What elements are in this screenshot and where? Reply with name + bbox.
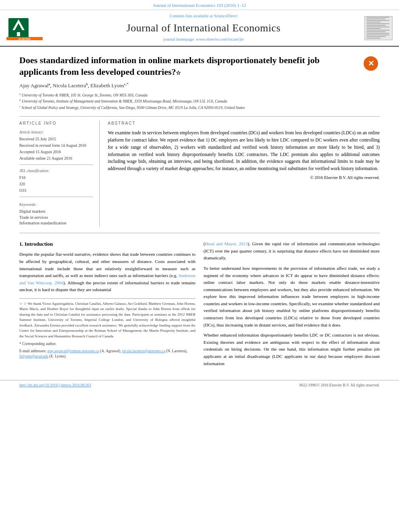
crossmark-icon: ✕ [364, 56, 378, 71]
doi-link[interactable]: http://dx.doi.org/10.1016/j.jinteco.2016… [19, 383, 91, 388]
svg-text:ELSEVIER: ELSEVIER [19, 38, 31, 40]
jel-label: JEL classification: [19, 168, 93, 174]
info-divider-1 [19, 164, 93, 165]
footnote-star-symbol: ☆ [19, 302, 23, 306]
title-star: ☆ [176, 70, 181, 76]
abstract-panel: ABSTRACT We examine trade in services be… [108, 121, 380, 226]
history-label: Article history: [19, 129, 93, 135]
affiliation-c: c School of Global Policy and Strategy, … [19, 105, 380, 111]
journal-title-block: Contents lists available at ScienceDirec… [43, 13, 364, 43]
citation-head-mayer: Head and Mayer, 2013 [205, 241, 248, 246]
author-2: Nicola Lacetera [53, 83, 86, 89]
bottom-bar: http://dx.doi.org/10.1016/j.jinteco.2016… [0, 380, 399, 390]
info-abstract-columns: ARTICLE INFO Article history: Received 2… [19, 121, 380, 226]
affiliation-a: a University of Toronto & NBER, 105 St. … [19, 92, 380, 98]
affiliations: a University of Toronto & NBER, 105 St. … [19, 92, 380, 111]
authors-line: Ajay Agrawala, Nicola Laceterab, Elizabe… [19, 82, 380, 90]
affiliation-b: b University of Toronto, Institute of Ma… [19, 98, 380, 104]
journal-homepage-link[interactable]: www.elsevier.com/locate/jie [196, 37, 244, 41]
elsevier-logo: ELSEVIER [6, 16, 43, 40]
journal-reference-bar: Journal of International Economics 103 (… [0, 0, 399, 10]
jel-code-3: O33 [19, 188, 93, 193]
paper-content: Does standardized information in online … [0, 47, 399, 376]
jel-code-1: F16 [19, 175, 93, 181]
author-3: Elizabeth Lyons [90, 83, 124, 89]
journal-reference: Journal of International Economics 103 (… [153, 3, 246, 8]
right-column: (Head and Mayer, 2013). Given the rapid … [204, 240, 380, 370]
body-divider [19, 233, 380, 233]
keywords-section: Keywords: Digital markets Trade in servi… [19, 202, 93, 226]
issn-copyright: 0022-1996/© 2016 Elsevier B.V. All right… [299, 383, 380, 388]
sciencedirect-link[interactable]: ScienceDirect [214, 14, 238, 18]
abstract-text: We examine trade in services between emp… [108, 129, 380, 173]
corresponding-note: * Corresponding author. [19, 341, 195, 347]
email-link-1[interactable]: ajay.agrawal@rotman.utoronto.ca [47, 349, 99, 353]
email-link-3[interactable]: lizlyons@ucsd.edu [19, 354, 48, 358]
info-divider-2 [19, 197, 93, 197]
footnote-divider: ☆ ☆ We thank Victor Aguirregabiria, Chri… [19, 298, 195, 359]
author-1: Ajay Agrawal [19, 83, 49, 89]
jel-code-2: J20 [19, 181, 93, 187]
contents-available: Contents lists available at ScienceDirec… [43, 13, 364, 19]
citation-anderson: Anderson and Van Wincoop, 2004 [19, 273, 195, 285]
abstract-heading: ABSTRACT [108, 121, 380, 126]
header-divider [19, 116, 380, 117]
right-para-2: To better understand how improvements in… [204, 265, 380, 329]
copyright-notice: © 2016 Elsevier B.V. All rights reserved… [108, 175, 380, 181]
article-info-panel: ARTICLE INFO Article history: Received 2… [19, 121, 100, 226]
intro-heading: 1. Introduction [19, 240, 195, 248]
received-date: Received 25 July 2015 [19, 136, 93, 142]
footnote-star: ☆ ☆ We thank Victor Aguirregabiria, Chri… [19, 301, 195, 339]
keyword-3: Information standardization [19, 220, 93, 226]
keywords-label: Keywords: [19, 202, 93, 207]
crossmark-badge[interactable]: ✕ [364, 56, 380, 72]
left-column: 1. Introduction Despite the popular flat… [19, 240, 195, 370]
journal-name: Journal of International Economics [43, 21, 364, 35]
available-date: Available online 21 August 2016 [19, 156, 93, 161]
keyword-1: Digital markets [19, 209, 93, 215]
svg-rect-3 [17, 32, 20, 36]
accepted-date: Accepted 15 August 2016 [19, 149, 93, 155]
article-info-heading: ARTICLE INFO [19, 121, 93, 126]
main-body: 1. Introduction Despite the popular flat… [19, 240, 380, 370]
paper-thumbnail [364, 16, 393, 40]
email-addresses: E-mail addresses: ajay.agrawal@rotman.ut… [19, 349, 195, 359]
journal-url: journal homepage: www.elsevier.com/locat… [43, 37, 364, 43]
journal-header: ELSEVIER Contents lists available at Sci… [0, 10, 399, 47]
paper-title: Does standardized information in online … [19, 55, 359, 78]
revised-date: Received in revised form 14 August 2016 [19, 143, 93, 148]
right-para-1: (Head and Mayer, 2013). Given the rapid … [204, 240, 380, 262]
keyword-2: Trade in services [19, 215, 93, 221]
paper-title-section: Does standardized information in online … [19, 52, 380, 78]
intro-para-1: Despite the popular flat-world narrative… [19, 251, 195, 294]
right-para-3: Whether enhanced information disproporti… [204, 332, 380, 367]
email-link-2[interactable]: nicola.lacetera@utoronto.ca [122, 349, 165, 353]
